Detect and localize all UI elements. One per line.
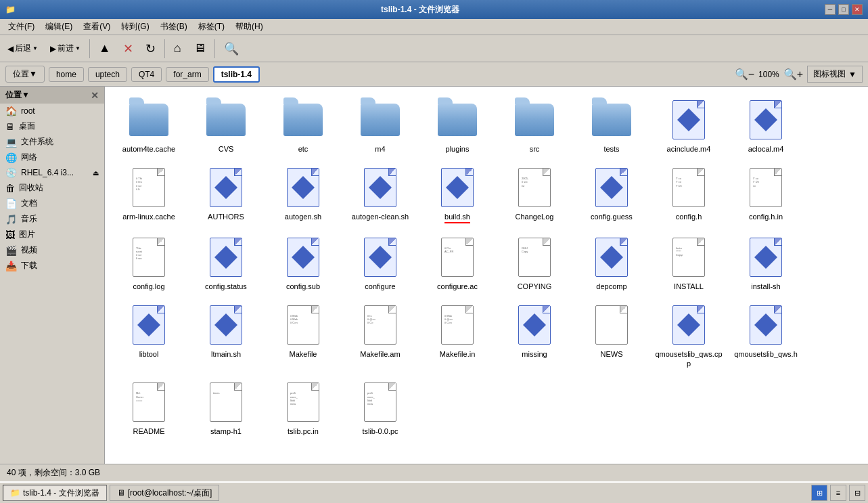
menu-tabs[interactable]: 标签(T)	[193, 20, 230, 34]
file-item[interactable]: ltmain.sh	[189, 299, 263, 374]
file-item[interactable]: # Mak# Mak# Con Makefile	[266, 299, 340, 374]
stop-button[interactable]: ✕	[118, 38, 138, 60]
taskbar-terminal[interactable]: 🖥 [root@localhost:~/桌面]	[110, 485, 220, 501]
zoom-out-button[interactable]: 🔍−	[735, 68, 754, 81]
file-item[interactable]: missing	[497, 299, 572, 374]
breadcrumb-uptech[interactable]: uptech	[88, 67, 127, 82]
diamond-icon	[677, 108, 700, 131]
file-item[interactable]: configure	[343, 231, 417, 296]
file-item[interactable]: aclocal.m4	[729, 93, 803, 158]
file-item[interactable]: prefiexec_libdiinclu tslib.pc.in	[266, 376, 340, 441]
file-item[interactable]: /* co/* Desv config.h.in	[729, 161, 803, 227]
up-button[interactable]: ▲	[94, 38, 116, 60]
file-item[interactable]: # ProAC_PR configure.ac	[420, 231, 495, 296]
videos-icon: 🎬	[5, 245, 17, 256]
sidebar-item-network[interactable]: 🌐 网络	[0, 150, 104, 165]
location-dropdown[interactable]: 位置▼	[5, 66, 45, 83]
file-name: Makefile	[290, 349, 317, 359]
sidebar-item-downloads-label: 下载	[21, 260, 37, 271]
file-item[interactable]: src	[497, 93, 572, 158]
file-item[interactable]: prefiexec_libdiinclu tslib-0.0.pc	[343, 376, 417, 441]
menu-edit[interactable]: 编辑(E)	[40, 20, 78, 34]
file-item[interactable]: autogen-clean.sh	[343, 161, 417, 227]
file-item[interactable]: config.sub	[266, 231, 340, 296]
forward-button[interactable]: ▶ 前进 ▼	[45, 38, 85, 60]
taskbar-filemanager[interactable]: 📁 tslib-1.4 - 文件浏览器	[3, 485, 107, 501]
file-item[interactable]: 2005-# srctsl ChangeLog	[497, 161, 572, 227]
file-item[interactable]: GNUCopy COPYING	[497, 231, 572, 296]
sidebar-item-documents[interactable]: 📄 文档	[0, 196, 104, 211]
breadcrumb-for-arm[interactable]: for_arm	[166, 67, 208, 82]
back-button[interactable]: ◀ 后退 ▼	[3, 38, 43, 60]
file-item[interactable]: libtool	[112, 299, 186, 374]
forward-dropdown-icon: ▼	[75, 45, 81, 51]
file-item[interactable]: # ts# @co# Co Makefile.am	[343, 299, 417, 374]
close-button[interactable]: ✕	[852, 4, 863, 15]
file-item[interactable]: depcomp	[574, 231, 649, 296]
file-icon-container	[744, 303, 787, 347]
menu-view[interactable]: 查看(V)	[78, 20, 116, 34]
file-item[interactable]: install-sh	[729, 231, 803, 296]
file-item[interactable]: NEWS	[574, 299, 649, 374]
home-button[interactable]: ⌂	[169, 38, 186, 60]
document-lines: prefiexec_libdiinclu	[366, 390, 394, 407]
diamond-icon	[754, 108, 777, 131]
taskbar-view-details[interactable]: ⊟	[849, 485, 865, 501]
file-item[interactable]: qmousetslib_qws.h	[729, 299, 803, 374]
file-item[interactable]: Thisrunni# scrIt wa config.log	[112, 231, 186, 296]
file-item[interactable]: plugins	[420, 93, 495, 158]
zoom-in-button[interactable]: 🔍+	[783, 68, 803, 81]
file-item[interactable]: etc	[266, 93, 340, 158]
sidebar-item-videos[interactable]: 🎬 视频	[0, 242, 104, 258]
menu-file[interactable]: 文件(F)	[3, 20, 40, 34]
sidebar: 位置▼ ✕ 🏠 root 🖥 桌面 💻 文件系统 🌐 网络 💿 RHEL_6.4…	[0, 87, 105, 464]
sidebar-close-button[interactable]: ✕	[91, 90, 99, 101]
file-item[interactable]: AUTHORS	[189, 161, 263, 227]
sidebar-item-music[interactable]: 🎵 音乐	[0, 211, 104, 227]
file-item[interactable]: qmousetslib_qws.cpp	[652, 299, 726, 374]
file-item[interactable]: acinclude.m4	[652, 93, 726, 158]
breadcrumb-qt4[interactable]: QT4	[131, 67, 162, 82]
sidebar-item-rhel[interactable]: 💿 RHEL_6.4 i3... ⏏	[0, 165, 104, 180]
document-blue-icon	[364, 168, 396, 207]
computer-button[interactable]: 🖥	[189, 38, 210, 60]
breadcrumb-tslib[interactable]: tslib-1.4	[213, 66, 260, 83]
file-item[interactable]: /* co/* co/* De config.h	[652, 161, 726, 227]
file-item[interactable]: config.status	[189, 231, 263, 296]
menu-help[interactable]: 帮助(H)	[230, 20, 269, 34]
sidebar-item-desktop[interactable]: 🖥 桌面	[0, 118, 104, 134]
menu-bookmarks[interactable]: 书签(B)	[155, 20, 193, 34]
file-item[interactable]: times stamp-h1	[189, 376, 263, 441]
file-item[interactable]: build.sh	[420, 161, 495, 227]
file-item[interactable]: autom4te.cache	[112, 93, 186, 158]
view-dropdown[interactable]: 图标视图 ▼	[807, 66, 863, 83]
menu-goto[interactable]: 转到(G)	[116, 20, 154, 34]
file-item[interactable]: # Mak# @co# Con Makefile.in	[420, 299, 495, 374]
file-item[interactable]: $Id:Gener==== README	[112, 376, 186, 441]
file-item[interactable]: m4	[343, 93, 417, 158]
file-item[interactable]: # Thi# tes# scr# It arm-linux.cache	[112, 161, 186, 227]
taskbar-view-icons[interactable]: ⊞	[811, 485, 827, 501]
eject-icon[interactable]: ⏏	[93, 169, 99, 177]
file-item[interactable]: config.guess	[574, 161, 649, 227]
refresh-button[interactable]: ↻	[141, 38, 160, 60]
breadcrumb-home[interactable]: home	[49, 67, 84, 82]
file-item[interactable]: CVS	[189, 93, 263, 158]
file-item[interactable]: tests	[574, 93, 649, 158]
folder-icon	[515, 104, 554, 136]
maximize-button[interactable]: □	[838, 4, 849, 15]
sidebar-item-downloads[interactable]: 📥 下载	[0, 258, 104, 274]
sidebar-item-trash[interactable]: 🗑 回收站	[0, 180, 104, 196]
file-icon-container: # Thi# tes# scr# It	[127, 166, 170, 209]
document-lines: Insta*****Copyr	[675, 245, 703, 259]
file-item[interactable]: Insta*****Copyr INSTALL	[652, 231, 726, 296]
sidebar-item-pictures[interactable]: 🖼 图片	[0, 227, 104, 242]
sidebar-item-filesystem[interactable]: 💻 文件系统	[0, 134, 104, 150]
search-button[interactable]: 🔍	[219, 38, 244, 60]
minimize-button[interactable]: ─	[825, 4, 836, 15]
file-item[interactable]: autogen.sh	[266, 161, 340, 227]
document-plain-icon: times	[210, 382, 242, 422]
taskbar-view-list[interactable]: ≡	[830, 485, 846, 501]
sidebar-item-root[interactable]: 🏠 root	[0, 104, 104, 118]
diamond-icon	[369, 246, 392, 269]
